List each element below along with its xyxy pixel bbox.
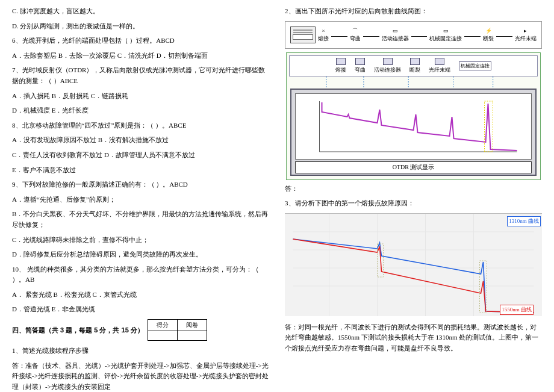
opt-c: C. 脉冲宽度越大，盲区越大。 <box>12 6 269 17</box>
otdr-device-icon <box>290 26 316 43</box>
short-q3: 3、请分析下图中的第一个熔接点故障原因： <box>285 198 542 209</box>
q9: 9、下列对故障抢修的一般原则描述正确的有：（ ）。ABCD <box>12 179 269 190</box>
evt-conn: 活动连接器 <box>374 66 401 74</box>
q10: 10、 光缆的种类很多，其分类的方法就更多，那么按光纤套塑方法分类，可分为：（ … <box>12 264 269 285</box>
section-4-title: 四、简答题（共 3 题，每题 5 分，共 15 分） <box>12 326 144 335</box>
q8-opts-c: E．客户不满意不放过 <box>12 165 269 176</box>
dual-wavelength-chart: 1310nm 曲线 1550nm 曲线 <box>285 213 542 316</box>
q10-a: A． 紧套光缆 B．松套光缆 C．束管式光缆 <box>12 290 269 300</box>
q8-opts-b: C．责任人没有收到教育不放过 D．故障管理人员不满意不放过 <box>12 150 269 161</box>
q10-b: D．管道光缆 E．非金属光缆 <box>12 304 269 315</box>
q6-opts: A．去除套塑层 B．去除一次涂覆层 C．清洗光纤 D．切割制备端面 <box>12 51 269 61</box>
q7: 7、光时域反射仪（OTDR），又称后向散射仪或光脉冲测试器，它可对光纤进行哪些数… <box>12 65 269 86</box>
otdr-compare-trace <box>285 214 542 316</box>
q7-opts-b: D．机械强度 E．光纤长度 <box>12 105 269 116</box>
short-q1: 1、简述光缆接续程序步骤 <box>12 346 269 356</box>
evt-end: 光纤末端 <box>429 66 450 74</box>
label-1310nm: 1310nm 曲线 <box>507 216 541 226</box>
lbl-bend: 弯曲 <box>350 35 361 43</box>
label-1550nm: 1550nm 曲线 <box>500 305 534 315</box>
evt-mech: 机械固定连接 <box>459 61 491 70</box>
q9-a: A．遵循“先抢通、后修复”的原则； <box>12 194 269 205</box>
answer-3: 答：对同一根光纤，不同波长下进行的测试会得到不同的损耗结果。测试波长越长，对光纤… <box>285 322 542 354</box>
q8: 8、北京移动故障管理的“四不放过”原则是指：（ ）。ABCE <box>12 120 269 131</box>
score-h2: 阅卷 <box>177 320 207 331</box>
dashed-lines-icon <box>289 76 538 87</box>
q6: 6、光缆开剥后，光纤的端面处理包括（ ）过程。ABCD <box>12 36 269 46</box>
evt-bend: 弯曲 <box>355 66 366 74</box>
opt-d: D. 分别从两端测，测出的衰减值是一样的。 <box>12 21 269 32</box>
q9-b: B．不分白天黑夜、不分天气好坏、不分维护界限，用最快的方法抢通传输系统，然后再尽… <box>12 209 269 230</box>
lbl-mech: 机械固定连接 <box>429 35 462 43</box>
lbl-splice: 熔接 <box>318 35 329 43</box>
short-a1: 答：准备（技术、器具、光缆）->光缆护套开剥处理->加强芯、金属护层等接续处理-… <box>12 361 269 392</box>
otdr-trace-icon <box>298 96 529 157</box>
lbl-connector: 活动连接器 <box>382 35 409 43</box>
score-table: 得分阅卷 <box>148 319 207 341</box>
short-q2: 2、画出下图所示光纤对应的后向散射曲线简图： <box>285 6 542 17</box>
answer-2: 答： <box>285 184 542 194</box>
q7-opts-a: A．插入损耗 B．反射损耗 C．链路损耗 <box>12 91 269 102</box>
q8-opts-a: A．没有发现故障原因不放过 B．没有解决措施不放过 <box>12 135 269 146</box>
score-h1: 得分 <box>148 320 177 331</box>
lbl-end: 光纤末端 <box>515 35 537 43</box>
left-column: C. 脉冲宽度越大，盲区越大。 D. 分别从两端测，测出的衰减值是一样的。 6、… <box>12 6 269 392</box>
trace-label: OTDR 测试显示 <box>295 161 532 173</box>
q9-d: D．障碍修复后应分析总结障碍原因，避免同类故障的再次发生。 <box>12 249 269 260</box>
fiber-schematic: ×熔接 ⌒弯曲 ▭活动连接器 ▭机械固定连接 ⚡断裂 ▸光纤末端 <box>285 21 542 49</box>
q9-c: C．光缆线路障碍未排除之前，查修不得中止； <box>12 235 269 246</box>
right-column: 2、画出下图所示光纤对应的后向散射曲线简图： ×熔接 ⌒弯曲 ▭活动连接器 ▭机… <box>285 6 542 392</box>
evt-break: 断裂 <box>409 66 420 74</box>
evt-splice: 熔接 <box>335 66 346 74</box>
event-bar: 熔接 弯曲 活动连接器 断裂 光纤末端 机械固定连接 <box>286 52 541 180</box>
lbl-break: 断裂 <box>483 35 494 43</box>
